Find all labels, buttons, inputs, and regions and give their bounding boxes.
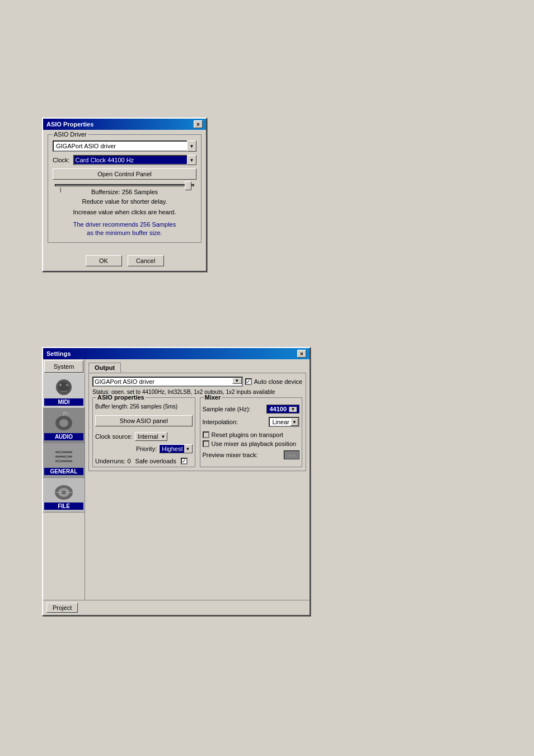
asio-properties-box: ASIO properties Buffer length: 256 sampl… — [92, 397, 195, 467]
sidebar-general-label: GENERAL — [44, 468, 83, 475]
asio-properties-box-label: ASIO properties — [96, 394, 146, 401]
mixer-box-label: Mixer — [204, 394, 222, 401]
asio-driver-group: ASIO Driver GIGAPort ASIO driver ▼ Clock… — [48, 134, 202, 243]
auto-close-row: ✓ Auto close device — [245, 378, 302, 385]
sidebar-system-button[interactable]: System — [44, 360, 83, 373]
auto-close-label: Auto close device — [254, 378, 302, 385]
svg-point-12 — [65, 455, 68, 458]
midi-icon — [50, 376, 77, 398]
settings-dialog: Settings × System MIDI AUDIO — [42, 347, 311, 616]
driver-arrow-icon[interactable]: ▼ — [232, 378, 242, 384]
asio-dialog-close-button[interactable]: × — [194, 120, 203, 128]
show-asio-panel-button[interactable]: Show ASIO panel — [95, 415, 193, 426]
use-mixer-row: Use mixer as playback position — [203, 440, 300, 447]
interpolation-label: Interpolation: — [203, 419, 267, 425]
clock-source-select[interactable]: Internal ▼ — [135, 432, 168, 441]
svg-point-2 — [59, 384, 62, 386]
sidebar-item-midi[interactable]: MIDI — [43, 374, 85, 408]
buffer-info-text: Buffer length: 256 samples (5ms) — [95, 403, 193, 410]
settings-body: System MIDI AUDIO GENERAL — [43, 359, 310, 600]
settings-close-button[interactable]: × — [297, 350, 306, 358]
underruns-label: Underruns: 0 — [95, 458, 131, 464]
clock-source-label: Clock source: — [95, 433, 133, 440]
preview-track-row: Preview mixer track: - - — [203, 450, 300, 459]
use-mixer-checkbox[interactable] — [203, 440, 209, 447]
preview-track-label: Preview mixer track: — [203, 452, 282, 458]
buffer-slider-container: | — [53, 184, 196, 186]
clock-source-row: Clock source: Internal ▼ — [95, 432, 193, 441]
auto-close-checkbox[interactable]: ✓ — [245, 378, 252, 385]
reset-plugins-checkbox[interactable] — [203, 431, 209, 438]
asio-driver-group-label: ASIO Driver — [53, 131, 88, 138]
buffersize-text: Buffersize: 256 Samples — [53, 189, 196, 195]
asio-dialog-titlebar: ASIO Properties × — [43, 119, 206, 130]
asio-dialog-body: ASIO Driver GIGAPort ASIO driver ▼ Clock… — [43, 130, 206, 252]
safe-overloads-checkbox[interactable]: ✓ — [181, 458, 188, 464]
priority-label: Priority: — [136, 445, 157, 452]
asio-cancel-button[interactable]: Cancel — [128, 255, 164, 266]
use-mixer-label: Use mixer as playback position — [212, 440, 297, 447]
settings-sidebar: System MIDI AUDIO GENERAL — [43, 359, 85, 600]
interpolation-row: Interpolation: Linear ▼ — [203, 417, 300, 427]
priority-select[interactable]: Highest ▼ — [159, 444, 192, 453]
asio-clock-arrow-icon[interactable]: ▼ — [187, 155, 196, 165]
sidebar-midi-label: MIDI — [44, 398, 83, 406]
mixer-box: Mixer Sample rate (Hz): 44100 ▼ Interpol — [200, 397, 303, 467]
settings-titlebar: Settings × — [43, 348, 310, 359]
interpolation-select[interactable]: Linear ▼ — [269, 417, 299, 427]
interpolation-arrow-icon[interactable]: ▼ — [291, 418, 298, 426]
settings-main: Output GIGAPort ASIO driver ▼ ✓ Auto clo… — [85, 359, 310, 600]
sample-rate-select[interactable]: 44100 ▼ — [266, 405, 299, 414]
asio-ok-button[interactable]: OK — [86, 255, 122, 266]
svg-point-3 — [66, 384, 68, 386]
sidebar-item-general[interactable]: GENERAL — [43, 443, 85, 478]
reset-plugins-row: Reset plugins on transport — [203, 431, 300, 438]
asio-recommend: The driver recommends 256 Samples as the… — [53, 220, 196, 238]
driver-row: GIGAPort ASIO driver ▼ ✓ Auto close devi… — [92, 377, 302, 387]
project-button[interactable]: Project — [46, 603, 78, 613]
settings-tab-bar: Output — [88, 363, 306, 373]
svg-point-1 — [58, 382, 69, 393]
settings-title: Settings — [46, 350, 71, 357]
sidebar-item-file[interactable]: FILE — [43, 478, 85, 513]
asio-driver-select-wrapper[interactable]: GIGAPort ASIO driver ▼ — [53, 140, 196, 152]
settings-footer: Project — [43, 600, 310, 615]
driver-value[interactable]: GIGAPort ASIO driver — [93, 378, 232, 386]
general-icon — [50, 445, 77, 468]
asio-hint2: Increase value when clicks are heard. — [53, 208, 196, 217]
audio-icon — [50, 411, 77, 433]
reset-plugins-label: Reset plugins on transport — [212, 431, 283, 438]
sidebar-item-audio[interactable]: AUDIO — [43, 408, 85, 443]
sample-rate-label: Sample rate (Hz): — [203, 406, 265, 412]
clock-source-arrow-icon[interactable]: ▼ — [159, 433, 167, 440]
tab-output[interactable]: Output — [88, 363, 121, 373]
priority-row: Priority: Highest ▼ — [95, 444, 193, 453]
open-control-panel-button[interactable]: Open Control Panel — [53, 168, 196, 180]
asio-clock-row: Clock: Card Clock 44100 Hz ▼ — [53, 155, 196, 165]
driver-select[interactable]: GIGAPort ASIO driver ▼ — [92, 377, 243, 387]
svg-point-5 — [59, 419, 68, 427]
two-column-layout: ASIO properties Buffer length: 256 sampl… — [92, 397, 302, 467]
asio-hint1: Reduce value for shorter delay. — [53, 198, 196, 206]
settings-content: GIGAPort ASIO driver ▼ ✓ Auto close devi… — [88, 373, 306, 471]
svg-point-13 — [58, 459, 61, 463]
buffer-slider-track[interactable]: | — [55, 184, 194, 186]
underruns-row: Underruns: 0 Safe overloads ✓ — [95, 458, 193, 464]
buffer-slider-thumb[interactable] — [185, 181, 191, 190]
sample-rate-row: Sample rate (Hz): 44100 ▼ — [203, 405, 300, 414]
asio-clock-select[interactable]: Card Clock 44100 Hz ▼ — [73, 155, 196, 165]
svg-point-11 — [59, 450, 63, 454]
sidebar-file-label: FILE — [44, 503, 83, 510]
asio-clock-label: Clock: — [53, 157, 70, 163]
asio-dialog-footer: OK Cancel — [43, 252, 206, 271]
sample-rate-arrow-icon[interactable]: ▼ — [289, 407, 297, 412]
preview-track-value[interactable]: - - — [284, 450, 299, 459]
asio-properties-dialog: ASIO Properties × ASIO Driver GIGAPort A… — [42, 118, 207, 272]
asio-dialog-title: ASIO Properties — [46, 121, 93, 128]
priority-arrow-icon[interactable]: ▼ — [184, 445, 192, 453]
asio-clock-value[interactable]: Card Clock 44100 Hz — [73, 155, 196, 165]
svg-line-7 — [64, 412, 68, 414]
safe-overloads-label: Safe overloads — [135, 458, 176, 464]
asio-driver-value[interactable]: GIGAPort ASIO driver — [53, 140, 196, 152]
sidebar-audio-label: AUDIO — [44, 433, 83, 440]
